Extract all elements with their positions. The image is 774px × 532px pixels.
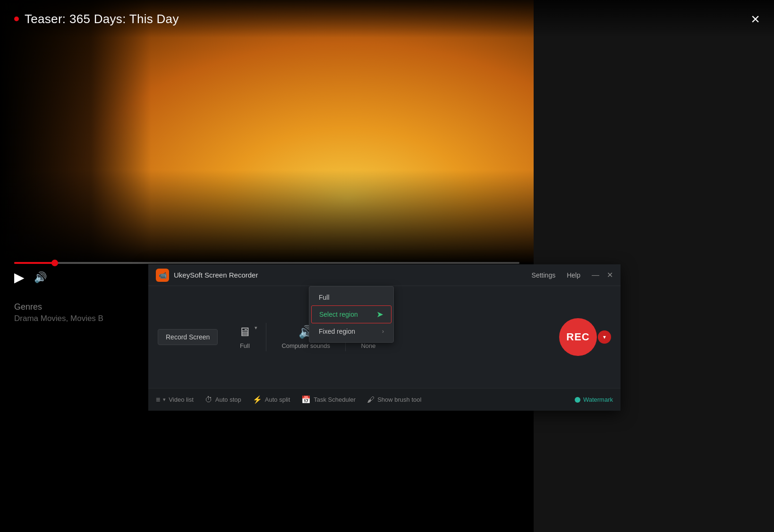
video-list-label: Video list — [169, 396, 194, 403]
netflix-dot — [14, 17, 19, 21]
rec-dropdown-button[interactable]: ▾ — [598, 330, 611, 344]
settings-menu[interactable]: Settings — [532, 271, 556, 279]
brush-tool-icon: 🖌 — [367, 396, 374, 404]
watermark-label: Watermark — [583, 396, 613, 403]
video-title: Teaser: 365 Days: This Day — [25, 12, 179, 26]
help-menu[interactable]: Help — [567, 271, 580, 279]
video-list-item[interactable]: ≡ ▾ Video list — [156, 396, 194, 404]
dropdown-select-region-label: Select region — [319, 311, 358, 318]
video-list-icon: ≡ — [156, 396, 160, 404]
rec-button[interactable]: REC — [559, 318, 597, 356]
auto-stop-icon: ⏱ — [205, 396, 213, 404]
recorder-title-left: 📹 UkeySoft Screen Recorder — [156, 269, 258, 282]
show-brush-tool-item[interactable]: 🖌 Show brush tool — [367, 396, 421, 404]
auto-split-item[interactable]: ⚡ Auto split — [253, 395, 290, 404]
screen-dropdown-arrow: ▾ — [255, 325, 257, 331]
auto-stop-label: Auto stop — [215, 396, 241, 403]
minimize-button[interactable]: — — [592, 271, 599, 279]
video-list-dropdown: ▾ — [163, 397, 166, 403]
task-scheduler-item[interactable]: 📅 Task Scheduler — [301, 395, 356, 404]
video-close-button[interactable]: × — [751, 11, 760, 26]
progress-dot — [51, 260, 58, 266]
task-scheduler-icon: 📅 — [301, 395, 311, 404]
window-controls: — ✕ — [592, 270, 613, 279]
genres-label: Genres — [14, 302, 103, 312]
auto-stop-item[interactable]: ⏱ Auto stop — [205, 396, 241, 404]
video-top-bar: Teaser: 365 Days: This Day × — [0, 0, 774, 38]
progress-fill — [14, 262, 55, 264]
task-scheduler-label: Task Scheduler — [314, 396, 356, 403]
video-title-row: Teaser: 365 Days: This Day — [14, 12, 179, 26]
camera-label: None — [361, 342, 375, 349]
rec-button-container: REC ▾ — [559, 318, 611, 356]
auto-split-icon: ⚡ — [253, 395, 262, 404]
dropdown-full[interactable]: Full — [309, 289, 393, 305]
recorder-app-name: UkeySoft Screen Recorder — [174, 271, 258, 279]
dropdown-arrow-icon: ➤ — [376, 309, 383, 320]
play-button[interactable]: ▶ — [14, 270, 25, 285]
camera-icon: 📹 — [159, 271, 167, 279]
recorder-bottom-bar: ≡ ▾ Video list ⏱ Auto stop ⚡ Auto split … — [148, 388, 621, 411]
recorder-app-icon: 📹 — [156, 269, 169, 282]
record-screen-button[interactable]: Record Screen — [158, 329, 218, 345]
submenu-arrow-icon: › — [382, 328, 384, 335]
progress-bar[interactable] — [14, 262, 519, 264]
video-bottom-grad — [0, 170, 534, 264]
region-dropdown-menu: Full Select region ➤ Fixed region › — [309, 286, 394, 343]
auto-split-label: Auto split — [265, 396, 290, 403]
watermark-item[interactable]: Watermark — [575, 396, 613, 403]
dropdown-fixed-region-label: Fixed region — [319, 328, 355, 335]
monitor-icon: 🖥 — [238, 325, 251, 339]
video-info: Genres Drama Movies, Movies B — [14, 302, 103, 323]
recorder-titlebar: 📹 UkeySoft Screen Recorder Settings Help… — [148, 264, 621, 286]
screen-label: Full — [240, 342, 250, 349]
recorder-title-right: Settings Help — ✕ — [532, 270, 613, 279]
brush-tool-label: Show brush tool — [377, 396, 421, 403]
video-frame — [0, 0, 534, 264]
genres-value: Drama Movies, Movies B — [14, 314, 103, 323]
dropdown-fixed-region[interactable]: Fixed region › — [309, 323, 393, 339]
watermark-icon — [575, 397, 580, 403]
close-button[interactable]: ✕ — [607, 270, 613, 279]
dropdown-select-region[interactable]: Select region ➤ — [311, 305, 391, 323]
dropdown-full-label: Full — [319, 294, 330, 301]
screen-ctrl[interactable]: 🖥 ▾ Full — [227, 320, 262, 354]
volume-icon[interactable]: 🔊 — [34, 271, 47, 284]
divider-1 — [266, 323, 266, 351]
recorder-window: 📹 UkeySoft Screen Recorder Settings Help… — [148, 264, 621, 411]
audio-label: Computer sounds — [281, 342, 330, 349]
